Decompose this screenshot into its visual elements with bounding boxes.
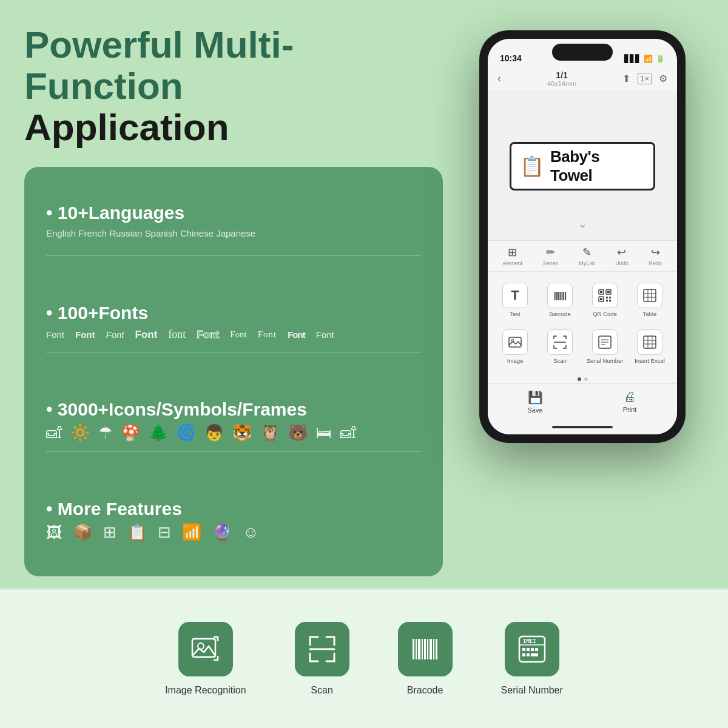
nav-size: 40x14mm <box>547 80 576 87</box>
grid-serial[interactable]: Serial Number <box>582 323 627 370</box>
grid-text[interactable]: T Text <box>493 277 538 323</box>
page-wrapper: Powerful Multi-Function Application • 10… <box>0 0 728 728</box>
svg-rect-48 <box>531 653 538 656</box>
dot-indicator <box>488 375 677 383</box>
text-icon: T <box>502 283 528 308</box>
svg-rect-22 <box>644 336 656 348</box>
undo-icon: ↩ <box>617 246 626 259</box>
nav-right-actions: ⬆ 1× ⚙ <box>622 73 667 84</box>
image-label: Image <box>507 357 523 364</box>
icon-bed2: 🛋 <box>340 425 356 440</box>
more-icon-scan: 🔮 <box>212 524 232 540</box>
svg-rect-43 <box>527 648 530 651</box>
element-icon: ⊞ <box>508 246 517 259</box>
grid-excel[interactable]: Insert Excel <box>627 323 672 370</box>
bottom-bracode: Bracode <box>398 622 453 696</box>
grid-qrcode[interactable]: QR Code <box>582 277 627 323</box>
toolbar-element[interactable]: ⊞ element <box>503 246 522 266</box>
element-label: element <box>503 260 522 266</box>
redo-label: Redo <box>649 260 662 266</box>
table-label: Table <box>643 311 657 317</box>
languages-list: English French Russian Spanish Chinese J… <box>46 228 421 238</box>
font-sample-9: Font <box>288 329 305 340</box>
back-button[interactable]: ‹ <box>497 72 501 85</box>
feature-more: • More Features 🖼 📦 ⊞ 📋 ⊟ 📶 🔮 ☺ <box>46 499 421 540</box>
redo-icon: ↪ <box>651 246 660 259</box>
image-recognition-icon-box <box>178 622 233 676</box>
svg-rect-44 <box>531 648 534 651</box>
serial-label: Serial Number <box>587 357 624 364</box>
label-canvas: 📋 Baby's Towel ⌄ <box>488 92 677 240</box>
excel-icon <box>637 329 662 355</box>
features-card: • 10+Languages English French Russian Sp… <box>24 167 443 576</box>
print-icon: 🖨 <box>624 390 636 404</box>
bottom-section: Image Recognition Scan <box>0 588 728 728</box>
bracode-icon-box <box>398 622 453 676</box>
svg-rect-1 <box>600 291 602 293</box>
svg-rect-32 <box>418 639 420 659</box>
nav-bar: ‹ 1/1 40x14mm ⬆ 1× ⚙ <box>488 66 677 92</box>
svg-rect-10 <box>644 289 656 302</box>
grid-table[interactable]: Table <box>627 277 672 323</box>
toolbar-mylist[interactable]: ✎ MyList <box>579 246 595 266</box>
print-label: Print <box>623 406 637 413</box>
text-label: Text <box>510 311 520 317</box>
icon-fan: 🌀 <box>177 425 196 440</box>
label-text: Baby's Towel <box>550 147 645 185</box>
scan-label: Scan <box>311 685 332 696</box>
share-icon[interactable]: ⬆ <box>622 73 630 84</box>
svg-text:IMEI: IMEI <box>523 638 536 644</box>
print-button[interactable]: 🖨 Print <box>582 384 677 420</box>
series-label: Series <box>543 260 559 266</box>
settings-icon[interactable]: ⚙ <box>659 73 667 84</box>
svg-rect-30 <box>413 639 414 659</box>
font-sample-8: Font <box>258 329 277 340</box>
scroll-arrow: ⌄ <box>578 217 587 231</box>
signal-icon: ▋▋▋ <box>624 55 641 63</box>
label-preview: 📋 Baby's Towel <box>510 142 655 190</box>
icon-tree: 🌲 <box>149 425 168 440</box>
font-sample-1: Font <box>46 329 64 340</box>
serial-icon <box>592 329 618 355</box>
toolbar-undo[interactable]: ↩ Undo <box>615 246 629 266</box>
fonts-row: Font Font Font Font font Font Font Font … <box>46 328 421 341</box>
battery-icon: 🔋 <box>656 55 665 63</box>
more-icon-table: ⊟ <box>158 524 171 540</box>
feature-icons: • 3000+Icons/Symbols/Frames 🛋 🔆 ☂ 🍄 🌲 🌀 … <box>46 399 421 452</box>
font-sample-6: Font <box>197 329 219 341</box>
grid-scan[interactable]: Scan <box>538 323 582 370</box>
status-time: 10:34 <box>500 53 522 63</box>
image-recognition-label: Image Recognition <box>165 685 246 696</box>
svg-rect-37 <box>433 639 434 659</box>
icon-bear: 🐯 <box>232 425 252 440</box>
feature-fonts: • 100+Fonts Font Font Font Font font Fon… <box>46 303 421 352</box>
series-icon: ✏ <box>546 246 555 259</box>
grid-barcode[interactable]: ||||||| Barcode <box>538 277 582 323</box>
mylist-label: MyList <box>579 260 595 266</box>
icon-umbrella: ☂ <box>98 425 112 440</box>
more-icon-qr: ⊞ <box>103 524 116 540</box>
font-sample-5: font <box>168 328 186 341</box>
toolbar-redo[interactable]: ↪ Redo <box>649 246 662 266</box>
toolbar-area: ⊞ element ✏ Series ✎ MyList <box>488 240 677 434</box>
home-bar <box>552 426 613 428</box>
qrcode-label: QR Code <box>593 311 617 317</box>
icon-bed1: 🛏 <box>316 425 332 440</box>
svg-rect-42 <box>522 648 525 651</box>
qrcode-icon <box>592 283 618 308</box>
toolbar-series[interactable]: ✏ Series <box>543 246 559 266</box>
nav-center: 1/1 40x14mm <box>547 70 576 87</box>
grid-menu: T Text ||||||| Barcode <box>488 272 677 375</box>
bracode-label: Bracode <box>407 685 443 696</box>
right-panel: 10:34 ▋▋▋ 📶 🔋 ‹ 1/1 <box>461 24 704 576</box>
grid-image[interactable]: Image <box>493 323 538 370</box>
serial-number-label: Serial Number <box>501 685 563 696</box>
icons-row: 🛋 🔆 ☂ 🍄 🌲 🌀 👦 🐯 🦉 🐻 🛏 🛋 <box>46 425 421 440</box>
nav-page: 1/1 <box>547 70 576 80</box>
save-button[interactable]: 💾 Save <box>488 384 582 420</box>
feature-languages: • 10+Languages English French Russian Sp… <box>46 203 421 256</box>
zoom-icon[interactable]: 1× <box>638 73 652 84</box>
scan-icon <box>547 329 573 355</box>
mylist-icon: ✎ <box>582 246 592 259</box>
svg-rect-38 <box>436 639 437 659</box>
